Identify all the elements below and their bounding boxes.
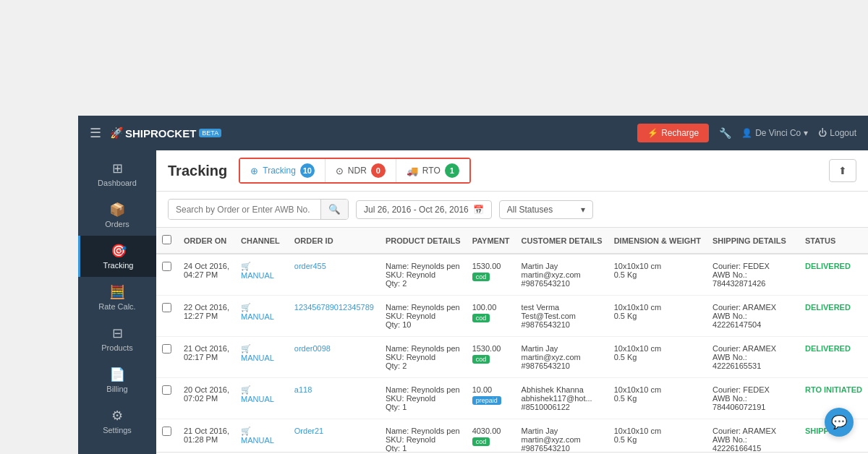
search-icon: 🔍 bbox=[328, 204, 341, 215]
table-row: 22 Oct 2016,12:27 PM 🛒MANUAL 12345678901… bbox=[156, 296, 868, 337]
order-date: 21 Oct 2016,01:28 PM bbox=[178, 419, 235, 453]
product-details: Name: Reynolds penSKU: ReynoldQty: 2 bbox=[380, 337, 467, 378]
prepaid-tag: prepaid bbox=[472, 396, 501, 405]
status-cell: DELIVERED bbox=[799, 254, 868, 296]
order-id-cell[interactable]: a118 bbox=[289, 378, 380, 419]
dimension-weight: 10x10x10 cm0.5 Kg bbox=[608, 296, 707, 337]
search-input[interactable] bbox=[169, 200, 320, 219]
col-payment: PAYMENT bbox=[467, 228, 516, 254]
order-date: 21 Oct 2016,02:17 PM bbox=[178, 337, 235, 378]
brand-logo: 🚀 SHIPROCKET BETA bbox=[110, 127, 637, 140]
customer-details: Martin Jaymartin@xyz.com#9876543210 bbox=[516, 419, 608, 453]
ndr-badge: 0 bbox=[371, 163, 386, 178]
order-id-link[interactable]: Order21 bbox=[294, 427, 323, 435]
col-shipping-details: SHIPPING DETAILS bbox=[707, 228, 799, 254]
search-box: 🔍 bbox=[168, 199, 349, 220]
beta-badge: BETA bbox=[199, 129, 221, 137]
tab-ndr[interactable]: ⊙ NDR 0 bbox=[326, 159, 396, 182]
table-row: 24 Oct 2016,04:27 PM 🛒MANUAL order455 Na… bbox=[156, 254, 868, 296]
sidebar-item-products[interactable]: ⊟ Products bbox=[78, 318, 156, 359]
payment-details: 100.00cod bbox=[467, 296, 516, 337]
dimension-weight: 10x10x10 cm0.5 Kg bbox=[608, 378, 707, 419]
shipping-details: Courier: FEDEXAWB No.: 784406072191 bbox=[707, 378, 799, 419]
chat-icon: 💬 bbox=[831, 414, 847, 430]
dashboard-icon: ⊞ bbox=[112, 160, 123, 176]
tracking-icon: 🎯 bbox=[111, 243, 127, 259]
customer-details: Martin Jaymartin@xyz.com#9876543210 bbox=[516, 254, 608, 296]
order-id-cell[interactable]: order0098 bbox=[289, 337, 380, 378]
dimension-weight: 10x10x10 cm0.5 Kg bbox=[608, 419, 707, 453]
col-order-id: ORDER ID bbox=[289, 228, 380, 254]
order-date: 24 Oct 2016,04:27 PM bbox=[178, 254, 235, 296]
shipping-details: Courier: ARAMEXAWB No.: 42226166415 bbox=[707, 419, 799, 453]
tabs-container: ⊕ Tracking 10 ⊙ NDR 0 🚚 RTO 1 bbox=[239, 158, 470, 184]
products-icon: ⊟ bbox=[112, 325, 123, 341]
status-cell: DELIVERED bbox=[799, 337, 868, 378]
col-status: STATUS bbox=[799, 228, 868, 254]
order-id-link[interactable]: 123456789012345789 bbox=[294, 303, 374, 312]
payment-details: 10.00prepaid bbox=[467, 378, 516, 419]
tracking-badge: 10 bbox=[300, 163, 315, 178]
shipping-details: Courier: ARAMEXAWB No.: 42226147504 bbox=[707, 296, 799, 337]
wrench-icon[interactable]: 🔧 bbox=[719, 127, 731, 139]
user-menu[interactable]: 👤 De Vinci Co ▾ bbox=[741, 128, 808, 138]
shipping-details: Courier: FEDEXAWB No.: 784432871426 bbox=[707, 254, 799, 296]
tracking-tab-icon: ⊕ bbox=[250, 166, 258, 176]
user-icon: 👤 bbox=[741, 128, 752, 138]
order-id-link[interactable]: order455 bbox=[294, 262, 326, 270]
ndr-tab-icon: ⊙ bbox=[336, 166, 344, 176]
status-filter[interactable]: All Statuses ▾ bbox=[499, 200, 593, 219]
table-row: 21 Oct 2016,02:17 PM 🛒MANUAL order0098 N… bbox=[156, 337, 868, 378]
sidebar-item-rate-calc[interactable]: 🧮 Rate Calc. bbox=[78, 277, 156, 318]
product-details: Name: Reynolds penSKU: ReynoldQty: 1+ 1 … bbox=[380, 419, 467, 453]
logout-button[interactable]: ⏻ Logout bbox=[818, 128, 856, 138]
order-id-cell[interactable]: order455 bbox=[289, 254, 380, 296]
order-channel: 🛒MANUAL bbox=[235, 337, 289, 378]
table-row: 21 Oct 2016,01:28 PM 🛒MANUAL Order21 Nam… bbox=[156, 419, 868, 453]
chevron-down-icon: ▾ bbox=[581, 205, 585, 215]
export-button[interactable]: ⬆ bbox=[829, 159, 856, 182]
row-checkbox[interactable] bbox=[162, 262, 171, 271]
row-checkbox[interactable] bbox=[162, 303, 171, 312]
sidebar-item-billing[interactable]: 📄 Billing bbox=[78, 359, 156, 401]
tab-rto[interactable]: 🚚 RTO 1 bbox=[396, 159, 469, 182]
col-order-on: ORDER ON bbox=[178, 228, 235, 254]
hamburger-icon[interactable]: ☰ bbox=[90, 125, 101, 141]
sidebar-item-tracking[interactable]: 🎯 Tracking bbox=[78, 236, 156, 277]
order-channel: 🛒MANUAL bbox=[235, 296, 289, 337]
select-all-checkbox[interactable] bbox=[162, 235, 171, 244]
dimension-weight: 10x10x10 cm0.5 Kg bbox=[608, 337, 707, 378]
col-channel: CHANNEL bbox=[235, 228, 289, 254]
order-id-cell[interactable]: 123456789012345789 bbox=[289, 296, 380, 337]
recharge-button[interactable]: ⚡ Recharge bbox=[637, 124, 709, 142]
order-channel: 🛒MANUAL bbox=[235, 419, 289, 453]
order-id-link[interactable]: a118 bbox=[294, 385, 312, 394]
order-date: 22 Oct 2016,12:27 PM bbox=[178, 296, 235, 337]
order-id-link[interactable]: order0098 bbox=[294, 344, 331, 353]
order-channel: 🛒MANUAL bbox=[235, 254, 289, 296]
row-checkbox[interactable] bbox=[162, 344, 171, 354]
search-button[interactable]: 🔍 bbox=[320, 200, 348, 219]
row-checkbox[interactable] bbox=[162, 427, 171, 436]
filter-bar: 🔍 Jul 26, 2016 - Oct 26, 2016 📅 All Stat… bbox=[156, 192, 868, 228]
sidebar-item-dashboard[interactable]: ⊞ Dashboard bbox=[78, 153, 156, 194]
date-picker[interactable]: Jul 26, 2016 - Oct 26, 2016 📅 bbox=[356, 200, 492, 219]
sidebar-item-orders[interactable]: 📦 Orders bbox=[78, 194, 156, 236]
logout-icon: ⏻ bbox=[818, 128, 827, 138]
rate-calc-icon: 🧮 bbox=[109, 284, 125, 300]
chat-bubble[interactable]: 💬 bbox=[825, 408, 854, 437]
order-date: 20 Oct 2016,07:02 PM bbox=[178, 378, 235, 419]
order-id-cell[interactable]: Order21 bbox=[289, 419, 380, 453]
cod-tag: cod bbox=[472, 437, 490, 446]
settings-icon: ⚙ bbox=[111, 408, 123, 424]
tab-tracking[interactable]: ⊕ Tracking 10 bbox=[240, 159, 326, 182]
status-cell: DELIVERED bbox=[799, 296, 868, 337]
chevron-down-icon: ▾ bbox=[804, 128, 808, 138]
sidebar-item-settings[interactable]: ⚙ Settings bbox=[78, 401, 156, 442]
cod-tag: cod bbox=[472, 355, 490, 364]
col-product-details: PRODUCT DETAILS bbox=[380, 228, 467, 254]
product-details: Name: Reynolds penSKU: ReynoldQty: 2 bbox=[380, 254, 467, 296]
brand-name: SHIPROCKET bbox=[125, 127, 196, 140]
table-row: 20 Oct 2016,07:02 PM 🛒MANUAL a118 Name: … bbox=[156, 378, 868, 419]
row-checkbox[interactable] bbox=[162, 385, 171, 395]
